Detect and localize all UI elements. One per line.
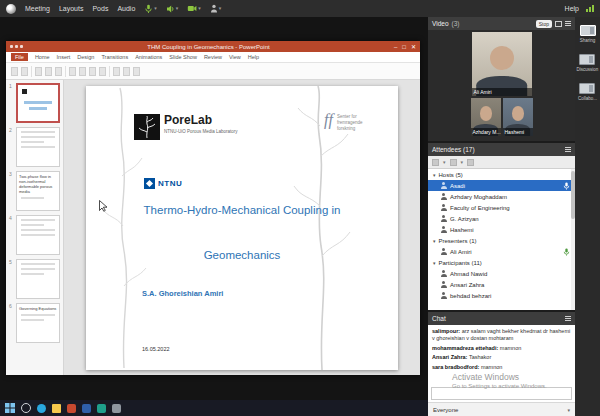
tab-animations[interactable]: Animations: [135, 54, 162, 60]
microphone-icon: [563, 182, 570, 190]
word-icon[interactable]: [82, 404, 91, 413]
slide-thumbnail-6[interactable]: 6 Governing Equations: [9, 303, 60, 343]
chat-pod-title: Chat: [432, 315, 446, 322]
person-icon: [440, 182, 447, 189]
ribbon-button[interactable]: [69, 67, 76, 76]
chat-input[interactable]: [431, 387, 572, 400]
attendee-row[interactable]: Ansari Zahra: [428, 279, 575, 290]
slide-thumbnail-2[interactable]: 2: [9, 127, 60, 167]
tab-insert[interactable]: Insert: [57, 54, 71, 60]
attendee-actions-icon[interactable]: [467, 159, 474, 166]
view-options-icon[interactable]: [450, 159, 457, 166]
menu-layouts[interactable]: Layouts: [59, 5, 84, 12]
slide-thumbnail-5[interactable]: 5: [9, 259, 60, 299]
ribbon-button[interactable]: [79, 67, 86, 76]
tab-transitions[interactable]: Transitions: [101, 54, 128, 60]
tab-help[interactable]: Help: [248, 54, 259, 60]
ribbon-separator: [109, 66, 110, 77]
status-button[interactable]: ▾: [210, 4, 222, 13]
start-button[interactable]: [5, 403, 15, 413]
porelab-subtitle: NTNU-UiO Porous Media Laboratory: [164, 129, 238, 134]
attendee-row[interactable]: Faculty of Engineering: [428, 202, 575, 213]
video-tile-main[interactable]: Ali Amiri: [472, 32, 532, 96]
group-presenters[interactable]: ▾Presenters (1): [428, 235, 575, 246]
tab-review[interactable]: Review: [204, 54, 222, 60]
status-filter-icon[interactable]: [432, 159, 439, 166]
tab-view[interactable]: View: [229, 54, 241, 60]
slide-thumbnail-1[interactable]: 1: [9, 83, 60, 123]
sff-logo-block: ff Senter for fremragende forskning: [324, 112, 362, 132]
connection-signal-icon[interactable]: [586, 5, 594, 12]
ribbon-button[interactable]: [99, 67, 106, 76]
app-icon[interactable]: [97, 404, 106, 413]
video-name-label: Azhdary M...: [471, 128, 501, 136]
attendees-pod-options-icon[interactable]: [565, 147, 571, 152]
ribbon-button[interactable]: [123, 67, 130, 76]
chat-message: salimpour: arz salam vaght bekher khedma…: [432, 328, 571, 343]
tab-file[interactable]: File: [11, 53, 28, 61]
tab-home[interactable]: Home: [35, 54, 50, 60]
person-icon: [440, 292, 447, 299]
chevron-down-icon: ▾: [567, 407, 570, 413]
layout-sharing[interactable]: Sharing: [580, 25, 596, 43]
tab-slideshow[interactable]: Slide Show: [169, 54, 197, 60]
ribbon-button[interactable]: [35, 67, 42, 76]
attendees-list: ▾Hosts (5) Asadi Azhdary Moghaddam Facul…: [428, 169, 575, 310]
stop-webcam-button[interactable]: Stop: [536, 20, 552, 28]
powerpoint-window: THM Coupling in Geomechanics - PowerPoin…: [6, 41, 420, 375]
powerpoint-titlebar[interactable]: THM Coupling in Geomechanics - PowerPoin…: [6, 41, 420, 52]
speaker-button[interactable]: ▾: [166, 4, 179, 14]
quick-access-toolbar[interactable]: [10, 45, 23, 48]
attendee-row[interactable]: Hashemi: [428, 224, 575, 235]
chat-pod-options-icon[interactable]: [565, 316, 571, 321]
menu-help[interactable]: Help: [565, 5, 579, 12]
search-icon[interactable]: [21, 403, 31, 413]
person-icon: [440, 215, 447, 222]
video-grid-icon[interactable]: [555, 21, 562, 27]
ribbon-button[interactable]: [11, 67, 18, 76]
microphone-button[interactable]: ▾: [144, 4, 157, 14]
menu-meeting[interactable]: Meeting: [25, 5, 50, 12]
attendee-row[interactable]: G. Azizyan: [428, 213, 575, 224]
ribbon-button[interactable]: [45, 67, 52, 76]
chat-message: Ansari Zahra: Tashakor: [432, 354, 571, 361]
screen: Meeting Layouts Pods Audio ▾ ▾: [0, 0, 600, 416]
browser-icon[interactable]: [37, 404, 46, 413]
powerpoint-icon[interactable]: [67, 404, 76, 413]
attendee-row[interactable]: behdad behzari: [428, 290, 575, 301]
attendee-row[interactable]: Ali Amiri: [428, 246, 575, 257]
ribbon-button[interactable]: [21, 67, 28, 76]
video-tile-3[interactable]: Hashemi: [503, 98, 533, 136]
close-button[interactable]: ✕: [411, 44, 416, 50]
app-icon[interactable]: [112, 404, 121, 413]
attendee-row[interactable]: Azhdary Moghaddam: [428, 191, 575, 202]
video-pod-options-icon[interactable]: [565, 21, 571, 26]
file-explorer-icon[interactable]: [52, 404, 61, 413]
slide-title-line2: Geomechanics: [86, 249, 398, 261]
chat-recipient-bar[interactable]: Everyone ▾: [428, 402, 575, 416]
group-participants[interactable]: ▾Participants (11): [428, 257, 575, 268]
attendee-row[interactable]: Ahmad Nawid: [428, 268, 575, 279]
menu-pods[interactable]: Pods: [92, 5, 108, 12]
ribbon-button[interactable]: [89, 67, 96, 76]
ntnu-name: NTNU: [158, 179, 182, 188]
group-hosts[interactable]: ▾Hosts (5): [428, 169, 575, 180]
layout-discussion[interactable]: Discussion: [577, 54, 599, 72]
video-tile-2[interactable]: Azhdary M...: [471, 98, 501, 136]
tab-design[interactable]: Design: [77, 54, 94, 60]
microphone-icon: [563, 248, 570, 256]
slide-thumbnail-4[interactable]: 4: [9, 215, 60, 255]
chat-recipient-label: Everyone: [433, 407, 458, 413]
slide-thumbnail-3[interactable]: 3 Two-phase flow in non-isothermal defor…: [9, 171, 60, 211]
ribbon-button[interactable]: [113, 67, 120, 76]
maximize-button[interactable]: □: [402, 44, 406, 50]
ribbon-button[interactable]: [133, 67, 140, 76]
minimize-button[interactable]: –: [394, 44, 397, 50]
menu-audio[interactable]: Audio: [117, 5, 135, 12]
attendees-pod-title: Attendees (17): [432, 146, 475, 153]
webcam-button[interactable]: ▾: [187, 4, 201, 13]
attendee-row[interactable]: Asadi: [428, 180, 575, 191]
slide-author: S.A. Ghoreishian Amiri: [142, 289, 223, 298]
layout-collaboration[interactable]: Collabo...: [578, 83, 597, 101]
ribbon-button[interactable]: [55, 67, 62, 76]
